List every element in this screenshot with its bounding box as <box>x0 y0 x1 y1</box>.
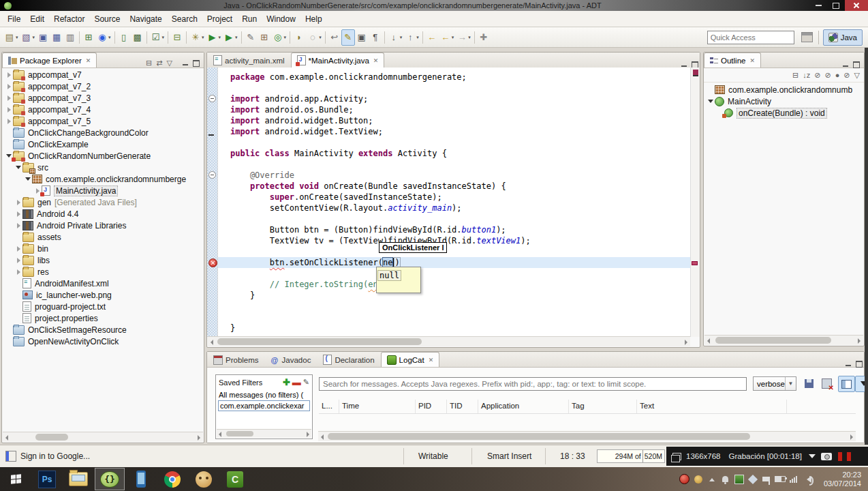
expand-icon[interactable] <box>7 95 11 101</box>
code-line[interactable]: @Override <box>230 170 691 181</box>
android-sdk-manager-icon[interactable]: ⊞ <box>82 29 95 46</box>
code-line[interactable]: import android.os.Bundle; <box>230 104 691 115</box>
outline-tab[interactable]: Outline ✕ <box>704 53 761 68</box>
filter-all-messages[interactable]: All messages (no filters) ( <box>216 389 312 399</box>
column-l[interactable]: L... <box>319 400 339 413</box>
camera-icon[interactable] <box>821 453 832 460</box>
tray-signal[interactable] <box>787 472 801 487</box>
fold-marker-icon[interactable] <box>208 95 216 102</box>
column-tid[interactable]: TID <box>447 400 478 413</box>
expand-icon[interactable] <box>17 269 20 275</box>
project-item-mainactivity-java[interactable]: MainActivity.java <box>2 185 203 196</box>
code-line[interactable]: Button btn = (Button)findViewById(R.id.b… <box>230 224 691 235</box>
previous-annotation-icon[interactable]: ↑▾ <box>403 29 420 46</box>
restore-button[interactable] <box>827 1 845 10</box>
recorder-menu-icon[interactable] <box>809 454 816 462</box>
save-all-icon[interactable]: ▦ <box>50 29 63 46</box>
debug-icon[interactable]: ✳▾ <box>189 29 206 46</box>
pause-recording-button[interactable] <box>838 452 842 461</box>
column-text[interactable]: Text <box>637 400 787 413</box>
expand-icon[interactable] <box>36 188 40 194</box>
new-java-package-icon[interactable]: ⊞ <box>258 29 271 46</box>
tray-network[interactable] <box>746 472 760 487</box>
menu-window[interactable]: Window <box>262 12 300 26</box>
project-item-libs[interactable]: libs <box>2 254 203 266</box>
export-log-button[interactable] <box>801 376 817 391</box>
editor-tab-activity-main-xml[interactable]: activity_main.xml <box>207 53 291 68</box>
pin-editor-icon[interactable]: ✚ <box>477 29 491 46</box>
open-type-icon[interactable]: ◗ <box>292 29 306 46</box>
filter-app-package[interactable]: com.example.onclickexar <box>218 400 310 411</box>
package-explorer-tab[interactable]: Package Explorer ✕ <box>2 53 97 68</box>
minimize-view-icon[interactable] <box>182 60 189 66</box>
outline-close-icon[interactable]: ✕ <box>749 57 755 64</box>
tray-green-app[interactable] <box>732 472 746 487</box>
project-item-onclickchangebackgroundcolor[interactable]: OnClickChangeBackgroundColor <box>2 127 203 138</box>
print-icon[interactable]: ▥ <box>63 29 77 46</box>
view-tab-problems[interactable]: Problems <box>207 352 265 367</box>
tray-notifications[interactable] <box>719 472 732 487</box>
package-explorer-hscrollbar[interactable] <box>3 432 203 442</box>
back-icon[interactable]: ←▾ <box>439 29 456 46</box>
clear-log-button[interactable] <box>819 376 835 391</box>
hide-fields-icon[interactable]: ⊘ <box>814 71 820 80</box>
code-line[interactable]: protected void onCreate(Bundle savedInst… <box>230 181 691 192</box>
project-item-appcompat-v7[interactable]: appcompat_v7 <box>2 69 203 80</box>
next-annotation-icon[interactable]: ↓▾ <box>387 29 404 46</box>
project-item-project-properties[interactable]: project.properties <box>2 312 203 324</box>
search-icon[interactable]: ◌▾ <box>306 29 323 46</box>
logcat-hscrollbar[interactable] <box>318 431 856 441</box>
maximize-view-icon[interactable] <box>193 60 200 66</box>
expand-icon[interactable] <box>17 200 20 205</box>
bottom-maximize-icon[interactable] <box>856 361 863 367</box>
logcat-search-input[interactable] <box>319 377 747 391</box>
code-line[interactable] <box>230 213 691 224</box>
expand-icon[interactable] <box>17 258 20 263</box>
open-perspective-icon[interactable] <box>801 32 813 42</box>
package-explorer-close-icon[interactable]: ✕ <box>86 57 91 64</box>
menu-navigate[interactable]: Navigate <box>125 12 166 26</box>
expand-icon[interactable] <box>17 223 20 228</box>
collapse-icon[interactable] <box>6 154 12 158</box>
menu-edit[interactable]: Edit <box>25 12 49 26</box>
hide-nonpublic-icon[interactable]: ● <box>835 71 840 79</box>
code-line[interactable] <box>230 301 691 312</box>
code-line[interactable]: package com.example.onclickrandomnumberg… <box>230 72 691 83</box>
taskbar-app-photoshop[interactable]: Ps <box>32 468 62 490</box>
add-filter-icon[interactable]: ✚ <box>283 377 290 387</box>
project-item-appcompat-v7-4[interactable]: appcompat_v7_4 <box>2 104 203 115</box>
display-saved-filters-button[interactable] <box>838 376 855 392</box>
project-item-appcompat-v7-3[interactable]: appcompat_v7_3 <box>2 92 203 104</box>
show-whitespace-icon[interactable]: ¶ <box>369 29 382 46</box>
tray-action-center[interactable] <box>760 472 773 487</box>
project-item-opennewactivityonclick[interactable]: OpenNewActivityOnClick <box>2 336 203 347</box>
view-tab-logcat[interactable]: LogCat✕ <box>381 352 440 367</box>
outline-view-menu-icon[interactable]: ▽ <box>854 71 860 80</box>
project-item-bin[interactable]: bin <box>2 243 203 254</box>
taskbar-clock[interactable]: 20:23 03/07/2014 <box>824 471 861 488</box>
expand-icon[interactable] <box>7 119 11 124</box>
expand-icon[interactable] <box>7 107 11 113</box>
code-line[interactable]: import android.widget.Button; <box>230 115 691 126</box>
project-item-res[interactable]: res <box>2 266 203 278</box>
code-line[interactable]: import android.app.Activity; <box>230 93 691 104</box>
code-line[interactable]: // Integer.toString(ent <box>230 279 691 290</box>
project-item-ic-launcher-web-png[interactable]: ic_launcher-web.png <box>2 289 203 301</box>
code-line[interactable]: } <box>230 290 691 301</box>
menu-file[interactable]: File <box>3 12 25 26</box>
taskbar-app-eclipse-adt[interactable]: {} <box>95 468 125 490</box>
edit-filter-icon[interactable]: ✎ <box>303 378 309 387</box>
code-line[interactable]: public class MainActivity extends Activi… <box>230 148 691 159</box>
code-line[interactable] <box>230 159 691 170</box>
project-item-appcompat-v7-2[interactable]: appcompat_v7_2 <box>2 80 203 92</box>
editor-hscrollbar[interactable] <box>208 336 690 346</box>
tray-record[interactable] <box>678 472 692 487</box>
project-item-assets[interactable]: assets <box>2 231 203 243</box>
view-tab-declaration[interactable]: Declaration <box>317 352 380 367</box>
completion-item-null[interactable]: null <box>378 271 401 280</box>
collapse-all-icon[interactable]: ⊟ <box>146 59 152 68</box>
back-to-mainactivity-icon[interactable]: ← <box>425 29 439 46</box>
project-item-android-4-4[interactable]: Android 4.4 <box>2 208 203 220</box>
new-java-class-wizard-icon[interactable]: ▧▾ <box>20 29 37 46</box>
quick-access-input[interactable] <box>707 31 794 44</box>
